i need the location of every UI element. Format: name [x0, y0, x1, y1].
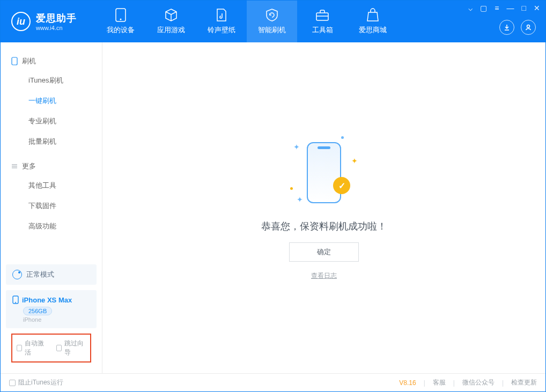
tab-store[interactable]: 爱思商城 [348, 1, 398, 42]
cube-icon [164, 8, 178, 22]
checkbox-icon [17, 345, 22, 351]
app-title: 爱思助手 [36, 12, 77, 25]
app-url: www.i4.cn [36, 25, 77, 31]
tab-ringtones-wallpapers[interactable]: 铃声壁纸 [196, 1, 247, 42]
checkbox-label: 跳过向导 [64, 339, 86, 357]
mode-box[interactable]: 正常模式 [6, 264, 97, 285]
footer-right: V8.16 | 客服 | 微信公众号 | 检查更新 [399, 378, 537, 387]
svg-point-10 [15, 302, 16, 303]
main-content: ✦ ✦ ✦ ✓ 恭喜您，保资料刷机成功啦！ 确定 查看日志 [102, 42, 545, 373]
device-box[interactable]: iPhone XS Max 256GB iPhone [6, 290, 97, 328]
tab-label: 爱思商城 [359, 25, 387, 35]
footer-link-update[interactable]: 检查更新 [511, 378, 537, 387]
checkbox-label: 阻止iTunes运行 [18, 378, 63, 387]
success-illustration: ✦ ✦ ✦ ✓ [289, 135, 359, 210]
tab-label: 应用游戏 [157, 25, 185, 35]
header-tabs: 我的设备 应用游戏 铃声壁纸 智能刷机 [95, 1, 398, 42]
separator: | [502, 379, 504, 387]
check-badge-icon: ✓ [333, 177, 350, 194]
deco-dot [290, 187, 293, 190]
separator: | [424, 379, 425, 387]
tab-label: 我的设备 [107, 25, 135, 35]
note-icon[interactable]: ▢ [480, 4, 487, 12]
footer-link-wechat[interactable]: 微信公众号 [462, 378, 495, 387]
close-button[interactable]: ✕ [534, 4, 540, 12]
logo-icon: iu [11, 12, 31, 31]
svg-point-4 [527, 25, 530, 28]
sidebar-item-onekey-flash[interactable]: 一键刷机 [1, 91, 102, 111]
sidebar-bottom: 正常模式 iPhone XS Max 256GB iPhone 自 [1, 259, 102, 373]
deco-dot [341, 136, 344, 139]
tab-toolbox[interactable]: 工具箱 [297, 1, 348, 42]
checkbox-icon [56, 345, 62, 351]
checkbox-auto-activate[interactable]: 自动激活 [17, 339, 47, 357]
checkbox-row-highlighted: 自动激活 跳过向导 [11, 334, 91, 363]
sidebar-item-pro-flash[interactable]: 专业刷机 [1, 111, 102, 131]
section-title: 更多 [22, 161, 36, 171]
logo: iu 爱思助手 www.i4.cn [1, 12, 87, 31]
device-phone-icon [12, 295, 19, 304]
svg-rect-2 [316, 13, 328, 20]
window-controls: ⌵ ▢ ≡ — □ ✕ [468, 4, 540, 12]
sidebar-section-flash: 刷机 [1, 52, 102, 70]
device-icon [114, 8, 128, 22]
svg-rect-5 [12, 57, 17, 65]
checkbox-block-itunes[interactable]: 阻止iTunes运行 [9, 378, 63, 387]
sidebar-section-more: 更多 [1, 157, 102, 175]
sparkle-icon: ✦ [293, 143, 300, 151]
maximize-button[interactable]: □ [522, 4, 526, 12]
checkbox-label: 自动激活 [25, 339, 46, 357]
tab-my-device[interactable]: 我的设备 [95, 1, 146, 42]
checkbox-icon [9, 380, 16, 386]
device-name: iPhone XS Max [22, 296, 72, 304]
sidebar-item-other-tools[interactable]: 其他工具 [1, 175, 102, 196]
sidebar: 刷机 iTunes刷机 一键刷机 专业刷机 批量刷机 更多 其他工具 下载固件 … [1, 42, 102, 373]
app-window: iu 爱思助手 www.i4.cn 我的设备 应用游戏 [0, 0, 546, 392]
refresh-shield-icon [265, 8, 279, 22]
phone-icon [11, 57, 18, 65]
user-button[interactable] [521, 20, 536, 35]
sparkle-icon: ✦ [351, 157, 358, 165]
tab-label: 工具箱 [312, 25, 333, 35]
minimize-button[interactable]: — [507, 4, 514, 12]
mode-icon [12, 270, 22, 279]
tab-apps-games[interactable]: 应用游戏 [146, 1, 196, 42]
shopping-bag-icon [366, 8, 380, 22]
download-button[interactable] [499, 20, 514, 35]
view-log-link[interactable]: 查看日志 [311, 271, 337, 280]
version-label: V8.16 [399, 379, 416, 387]
device-capacity: 256GB [23, 307, 52, 315]
device-type: iPhone [23, 316, 90, 323]
tab-label: 铃声壁纸 [208, 25, 235, 35]
header-actions [499, 20, 536, 35]
sidebar-item-batch-flash[interactable]: 批量刷机 [1, 131, 102, 152]
footer-bar: 阻止iTunes运行 V8.16 | 客服 | 微信公众号 | 检查更新 [1, 373, 545, 391]
checkbox-skip-guide[interactable]: 跳过向导 [56, 339, 86, 357]
list-icon [11, 163, 18, 169]
sidebar-item-advanced[interactable]: 高级功能 [1, 216, 102, 236]
body: 刷机 iTunes刷机 一键刷机 专业刷机 批量刷机 更多 其他工具 下载固件 … [1, 42, 545, 373]
sidebar-item-itunes-flash[interactable]: iTunes刷机 [1, 70, 102, 91]
tab-label: 智能刷机 [258, 25, 286, 35]
ok-button[interactable]: 确定 [289, 242, 359, 262]
success-message: 恭喜您，保资料刷机成功啦！ [261, 220, 387, 233]
music-file-icon [215, 8, 228, 22]
footer-link-support[interactable]: 客服 [433, 378, 446, 387]
tab-smart-flash[interactable]: 智能刷机 [247, 1, 297, 42]
sidebar-item-download-firmware[interactable]: 下载固件 [1, 196, 102, 216]
sparkle-icon: ✦ [297, 195, 303, 204]
mode-label: 正常模式 [26, 270, 54, 279]
toolbox-icon [315, 8, 329, 22]
separator: | [453, 379, 455, 387]
phone-icon [307, 142, 341, 203]
logo-text: 爱思助手 www.i4.cn [36, 12, 77, 31]
header-bar: iu 爱思助手 www.i4.cn 我的设备 应用游戏 [1, 1, 545, 42]
tshirt-icon[interactable]: ⌵ [468, 4, 473, 12]
svg-point-1 [120, 19, 122, 20]
menu-icon[interactable]: ≡ [495, 4, 499, 12]
section-title: 刷机 [22, 56, 36, 66]
